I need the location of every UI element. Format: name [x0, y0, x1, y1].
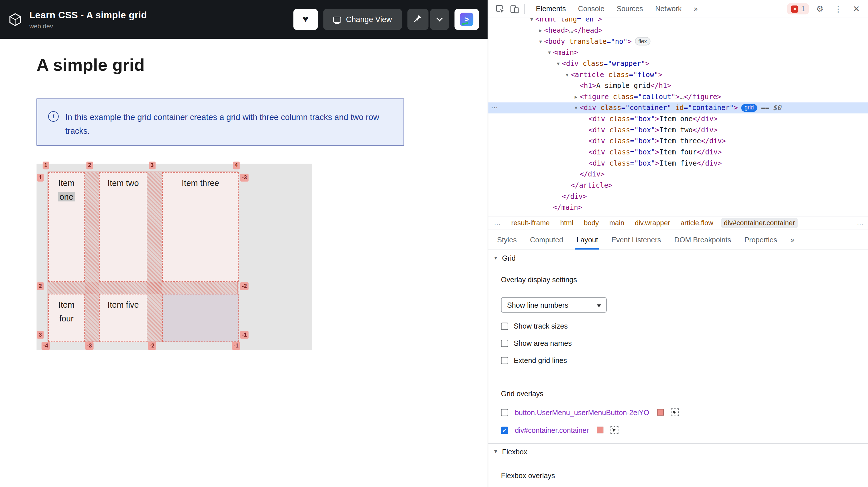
code-token: ="no" — [607, 37, 628, 45]
crumb-article.flow[interactable]: article.flow — [681, 219, 713, 227]
checkbox[interactable] — [501, 357, 508, 364]
crumb-result-iframe[interactable]: result-iframe — [512, 219, 550, 227]
screen: Learn CSS - A simple grid web.dev ♥ Chan… — [0, 0, 868, 487]
tree-node[interactable]: ▶<figure class="callout">…</figure> — [488, 91, 868, 102]
twisty-open-icon[interactable]: ▼ — [546, 47, 553, 58]
crumb-body[interactable]: body — [584, 219, 599, 227]
tree-node[interactable]: </div> — [488, 191, 868, 202]
grid-item: Item three — [162, 172, 239, 282]
grid-line-number: -1 — [240, 331, 249, 339]
pin-dropdown-button[interactable] — [430, 9, 449, 30]
code-token: ="box" — [630, 159, 655, 167]
grid-line-number: -3 — [85, 342, 94, 350]
heart-icon: ♥ — [303, 14, 309, 25]
tree-node[interactable]: <div class="box">Item three</div> — [488, 135, 868, 147]
panel-tab-properties[interactable]: Properties — [738, 230, 784, 250]
inspect-element-icon[interactable] — [493, 2, 507, 16]
settings-gear-icon[interactable]: ⚙ — [813, 2, 827, 16]
tree-node[interactable]: ▼<body translate="no">flex — [488, 36, 868, 47]
crumb-div.wrapper[interactable]: div.wrapper — [635, 219, 670, 227]
twisty-open-icon[interactable]: ▼ — [528, 18, 535, 25]
crumb-main[interactable]: main — [609, 219, 624, 227]
tree-node[interactable]: </main> — [488, 202, 868, 213]
code-token: > — [734, 103, 738, 112]
twisty-closed-icon[interactable]: ▶ — [537, 25, 544, 36]
panel-tab-dom-breakpoints[interactable]: DOM Breakpoints — [668, 230, 738, 250]
row-menu-dots-icon[interactable]: ⋯ — [491, 102, 498, 114]
tree-node[interactable]: ▼<div class="wrapper"> — [488, 58, 868, 69]
twisty-open-icon[interactable]: ▼ — [572, 102, 580, 114]
devtools-tab-console[interactable]: Console — [572, 0, 611, 18]
grid-section-header[interactable]: ▼ Grid — [488, 250, 868, 266]
grid-line-number: 1 — [43, 161, 49, 169]
twisty-open-icon[interactable]: ▼ — [555, 58, 562, 69]
tree-node[interactable]: <div class="box">Item one</div> — [488, 114, 868, 125]
caret-down-icon — [597, 304, 601, 307]
select-value: Show line numbers — [507, 301, 568, 309]
webdev-logo-icon[interactable] — [8, 12, 23, 27]
option-row: Show area names — [501, 339, 868, 347]
line-numbers-select[interactable]: Show line numbers — [501, 297, 607, 312]
twisty-open-icon[interactable]: ▼ — [563, 69, 571, 80]
tree-node[interactable]: </article> — [488, 180, 868, 191]
panel-tab-computed[interactable]: Computed — [523, 230, 570, 250]
panel-tab--[interactable]: » — [784, 230, 801, 250]
tree-node[interactable]: <div class="box">Item four</div> — [488, 147, 868, 158]
checkbox[interactable] — [501, 339, 508, 346]
crumb-div#container.container[interactable]: div#container.container — [721, 218, 798, 228]
code-token: class — [609, 159, 630, 167]
close-devtools-icon[interactable]: ✕ — [849, 2, 863, 16]
code-token: <div — [588, 126, 609, 134]
tree-node[interactable]: </div> — [488, 169, 868, 180]
tree-node[interactable]: ▼<html lang="en"> — [488, 18, 868, 25]
tree-node[interactable]: <h1>A simple grid</h1> — [488, 80, 868, 91]
crumb-overflow[interactable]: … — [494, 219, 501, 227]
error-icon: ✕ — [791, 5, 798, 12]
panel-tab-styles[interactable]: Styles — [490, 230, 523, 250]
checkbox-label: Show track sizes — [514, 322, 567, 330]
tree-node[interactable]: ▼<main> — [488, 47, 868, 58]
editor-logo-button[interactable]: > — [455, 9, 479, 30]
grid-overlays-label: Grid overlays — [501, 390, 868, 398]
tree-node[interactable]: ▶<head>…</head> — [488, 25, 868, 36]
grid-badge[interactable]: grid — [741, 104, 757, 112]
tree-node[interactable]: ▼<article class="flow"> — [488, 69, 868, 80]
devtools-tab-elements[interactable]: Elements — [530, 0, 572, 18]
browser-page: Learn CSS - A simple grid web.dev ♥ Chan… — [0, 0, 488, 487]
checkbox[interactable] — [501, 409, 508, 416]
devtools-tab-sources[interactable]: Sources — [611, 0, 649, 18]
change-view-button[interactable]: Change View — [323, 9, 402, 30]
device-toolbar-icon[interactable] — [507, 2, 521, 16]
code-token: ="wrapper" — [603, 59, 645, 68]
breadcrumb-overflow[interactable]: … — [855, 219, 864, 227]
twisty-open-icon[interactable]: ▼ — [537, 36, 544, 47]
code-token: … — [569, 26, 574, 34]
devtools-tab-network[interactable]: Network — [649, 0, 688, 18]
like-button[interactable]: ♥ — [293, 9, 318, 30]
grid-column-gap — [147, 172, 162, 342]
select-element-icon[interactable] — [671, 408, 679, 416]
crumb-html[interactable]: html — [560, 219, 574, 227]
panel-tab-layout[interactable]: Layout — [570, 230, 605, 250]
grid-line-number: -3 — [240, 174, 249, 182]
checkbox[interactable]: ✓ — [501, 426, 508, 433]
select-element-icon[interactable] — [611, 426, 618, 434]
tree-node-selected[interactable]: ⋯▼<div class="container" id="container">… — [488, 102, 868, 114]
issues-error-badge[interactable]: ✕ 1 — [787, 3, 809, 14]
pin-button[interactable] — [407, 9, 428, 30]
flexbox-section-label: Flexbox — [502, 448, 527, 456]
more-tabs-button[interactable]: » — [688, 0, 704, 18]
breadcrumb: …result-iframehtmlbodymaindiv.wrapperart… — [488, 216, 868, 230]
code-token: <figure — [580, 93, 613, 101]
grid-line-number: 2 — [37, 282, 43, 290]
twisty-closed-icon[interactable]: ▶ — [572, 91, 580, 102]
tree-node[interactable]: <div class="box">Item two</div> — [488, 125, 868, 136]
tree-node[interactable]: <div class="box">Item five</div> — [488, 158, 868, 169]
toolbar-separator — [524, 4, 525, 14]
overlay-row: button.UserMenu_userMenuButton-2eiYO — [501, 408, 868, 417]
flex-badge[interactable]: flex — [635, 37, 650, 45]
panel-tab-event-listeners[interactable]: Event Listeners — [605, 230, 668, 250]
checkbox[interactable] — [501, 322, 508, 330]
flexbox-section-header[interactable]: ▼ Flexbox — [488, 444, 868, 459]
kebab-menu-icon[interactable]: ⋮ — [831, 2, 845, 16]
